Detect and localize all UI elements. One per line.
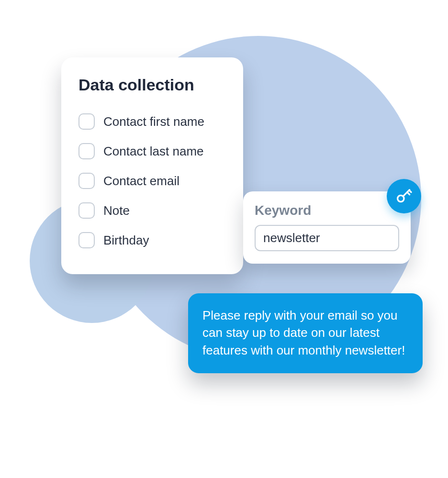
checkbox-row-note[interactable]: Note — [78, 196, 226, 225]
checkbox-row-contact-last-name[interactable]: Contact last name — [78, 136, 226, 166]
svg-line-2 — [407, 192, 410, 195]
svg-line-3 — [409, 190, 411, 192]
checkbox-label: Note — [103, 203, 130, 218]
keyword-card: Keyword — [243, 191, 411, 264]
checkbox-icon[interactable] — [78, 143, 95, 159]
checkbox-label: Contact first name — [103, 114, 204, 129]
checkbox-icon[interactable] — [78, 113, 95, 130]
checkbox-row-birthday[interactable]: Birthday — [78, 225, 226, 255]
data-collection-title: Data collection — [78, 76, 226, 94]
checkbox-icon[interactable] — [78, 232, 95, 248]
keyword-input[interactable] — [255, 225, 399, 251]
checkbox-label: Contact last name — [103, 144, 204, 159]
checkbox-row-contact-email[interactable]: Contact email — [78, 166, 226, 196]
checkbox-label: Birthday — [103, 233, 149, 248]
checkbox-row-contact-first-name[interactable]: Contact first name — [78, 107, 226, 136]
checkbox-icon[interactable] — [78, 173, 95, 189]
checkbox-label: Contact email — [103, 174, 179, 189]
message-bubble: Please reply with your email so you can … — [188, 293, 423, 373]
checkbox-icon[interactable] — [78, 202, 95, 219]
key-badge — [387, 179, 421, 213]
key-icon — [394, 187, 414, 206]
keyword-title: Keyword — [255, 203, 399, 218]
data-collection-card: Data collection Contact first name Conta… — [61, 57, 243, 274]
message-text: Please reply with your email so you can … — [202, 308, 405, 357]
